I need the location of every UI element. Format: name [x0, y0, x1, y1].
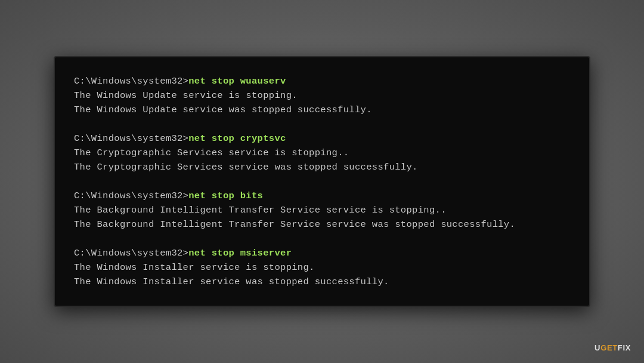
prompt-3: C:\Windows\system32> — [74, 190, 188, 201]
prompt-1: C:\Windows\system32> — [74, 76, 188, 87]
watermark: UGETFIX — [595, 343, 631, 352]
watermark-u: U — [595, 343, 600, 352]
output-3-line-2: The Background Intelligent Transfer Serv… — [74, 217, 570, 232]
prompt-2: C:\Windows\system32> — [74, 133, 188, 144]
output-4-line-2: The Windows Installer service was stoppe… — [74, 275, 570, 289]
cmd-line-2: C:\Windows\system32>net stop cryptsvc — [74, 131, 570, 146]
output-3-line-1: The Background Intelligent Transfer Serv… — [74, 203, 570, 217]
cmd-line-4: C:\Windows\system32>net stop msiserver — [74, 246, 570, 260]
command-3: net stop bits — [188, 190, 263, 201]
watermark-get: GET — [600, 343, 618, 352]
output-1-line-1: The Windows Update service is stopping. — [74, 88, 570, 103]
cmd-line-3: C:\Windows\system32>net stop bits — [74, 189, 570, 203]
prompt-4: C:\Windows\system32> — [74, 248, 188, 259]
command-4: net stop msiserver — [188, 248, 292, 259]
watermark-fix: FIX — [618, 343, 631, 352]
cmd-line-1: C:\Windows\system32>net stop wuauserv — [74, 74, 570, 88]
terminal-block-2: C:\Windows\system32>net stop cryptsvc Th… — [74, 131, 570, 174]
terminal-block-3: C:\Windows\system32>net stop bits The Ba… — [74, 189, 570, 232]
command-2: net stop cryptsvc — [188, 133, 286, 144]
terminal-block-4: C:\Windows\system32>net stop msiserver T… — [74, 246, 570, 289]
output-4-line-1: The Windows Installer service is stoppin… — [74, 260, 570, 275]
output-2-line-2: The Cryptographic Services service was s… — [74, 160, 570, 174]
output-1-line-2: The Windows Update service was stopped s… — [74, 103, 570, 117]
command-1: net stop wuauserv — [188, 76, 286, 87]
output-2-line-1: The Cryptographic Services service is st… — [74, 146, 570, 160]
terminal-block-1: C:\Windows\system32>net stop wuauserv Th… — [74, 74, 570, 117]
terminal-window: C:\Windows\system32>net stop wuauserv Th… — [54, 56, 590, 307]
